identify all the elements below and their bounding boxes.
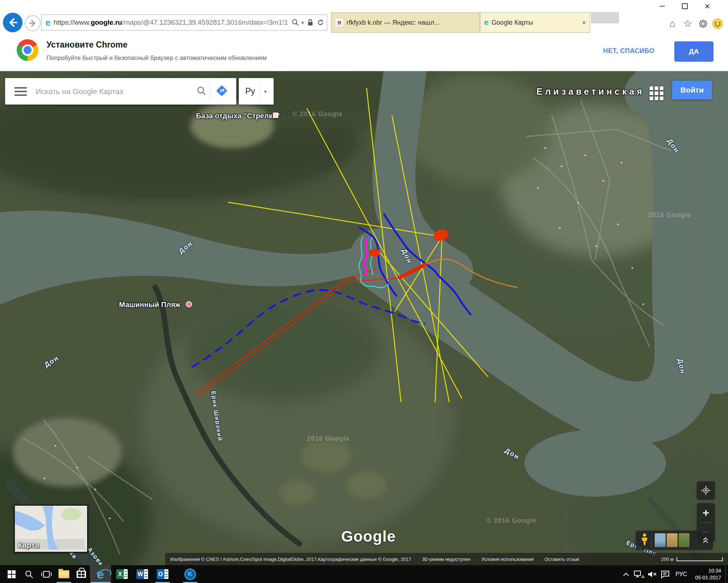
divider xyxy=(651,534,651,547)
poi-marker-icon[interactable] xyxy=(186,301,192,307)
imagery-thumbnail[interactable] xyxy=(679,533,690,547)
satellite-basemap xyxy=(0,71,728,565)
excel-button[interactable]: X xyxy=(113,565,131,583)
language-label: Ру xyxy=(245,86,255,96)
browser-navbar: e https://www.google.ru/maps/@47.1236321… xyxy=(0,12,728,33)
scale-label: 200 м xyxy=(661,556,674,562)
tab-yandex[interactable]: Я rfkfyxb k.nbr — Яндекс: нашл... xyxy=(331,12,480,33)
windows-logo-icon xyxy=(8,570,16,578)
maps-language-button[interactable]: Ру ▾ xyxy=(239,78,274,105)
banner-subtitle: Попробуйте быстрый и безопасный браузер … xyxy=(46,54,267,62)
kompas-icon: K xyxy=(184,568,196,580)
imagery-thumbnail[interactable] xyxy=(655,533,666,547)
my-location-icon xyxy=(701,486,711,495)
directions-icon[interactable] xyxy=(214,83,230,100)
tab-title: Google Карты xyxy=(491,19,579,26)
action-center-icon[interactable] xyxy=(659,565,672,583)
internet-explorer-button[interactable]: e xyxy=(90,565,111,583)
kompas-button[interactable]: K xyxy=(181,565,199,583)
signin-button[interactable]: Войти xyxy=(672,81,712,99)
my-location-button[interactable] xyxy=(697,481,715,500)
address-bar[interactable]: e https://www.google.ru/maps/@47.1236321… xyxy=(41,15,327,30)
imagery-credits: Изображения © CNES / Astrium,Cnes/Spot I… xyxy=(170,556,411,562)
store-bag-icon xyxy=(77,571,86,578)
forward-arrow-icon xyxy=(29,20,36,27)
map-label-poi: Машинный Пляж xyxy=(119,301,180,309)
back-button[interactable] xyxy=(3,13,23,32)
input-language-indicator[interactable]: РУС xyxy=(672,571,691,578)
excel-icon: X xyxy=(116,569,128,579)
collapse-chevrons-icon[interactable] xyxy=(702,537,709,544)
back-arrow-icon xyxy=(8,18,17,27)
taskbar-clock[interactable]: 10:34 05-01-2017 xyxy=(691,567,725,581)
task-view-button[interactable] xyxy=(38,565,55,583)
google-watermark: 2016 Google xyxy=(648,211,691,219)
banner-decline-button[interactable]: НЕТ, СПАСИБО xyxy=(603,47,655,55)
maps-search-input[interactable] xyxy=(35,87,197,96)
smiley-icon xyxy=(712,19,723,29)
map-canvas[interactable]: Елизаветинская База отдыха "Стрелка" Маш… xyxy=(0,71,728,565)
close-button[interactable]: × xyxy=(699,1,716,11)
new-tab-button[interactable] xyxy=(591,12,619,23)
browser-titlebar: × xyxy=(0,0,728,12)
settings-gear-icon[interactable] xyxy=(696,17,710,30)
home-icon[interactable]: ⌂ xyxy=(666,17,679,30)
map-label-settlement: Елизаветинская xyxy=(536,86,645,97)
task-view-icon xyxy=(41,570,52,578)
tab-google-maps[interactable]: e Google Карты × xyxy=(480,12,590,33)
forward-button[interactable] xyxy=(25,15,41,31)
terms-link[interactable]: Условия использования xyxy=(481,556,533,562)
tab-close-icon[interactable]: × xyxy=(582,19,586,27)
menu-hamburger-icon[interactable] xyxy=(15,87,27,96)
pegman-icon[interactable] xyxy=(641,533,649,547)
minimize-icon xyxy=(660,6,665,7)
poi-marker-icon[interactable] xyxy=(273,113,278,118)
ie-icon: e xyxy=(484,18,488,27)
search-dropdown-icon[interactable]: ▾ xyxy=(301,20,304,25)
file-explorer-button[interactable] xyxy=(55,565,73,583)
maps-search-icon[interactable] xyxy=(197,86,206,97)
google-watermark: © 2016 Google xyxy=(486,517,536,525)
minimap-toggle[interactable]: Карта xyxy=(14,505,88,553)
url-text[interactable]: https://www.google.ru/maps/@47.1236321,3… xyxy=(53,19,288,26)
scale-control: 200 м xyxy=(661,556,723,562)
taskbar-search-button[interactable] xyxy=(20,565,38,583)
clock-date: 05-01-2017 xyxy=(695,574,721,581)
scale-bar xyxy=(676,557,723,561)
outlook-icon: O xyxy=(157,569,168,579)
clock-time: 10:34 xyxy=(695,567,721,574)
refresh-icon[interactable] xyxy=(317,19,324,26)
search-icon[interactable] xyxy=(292,19,299,26)
streetview-imagery-bar xyxy=(636,531,713,550)
volume-muted-icon[interactable] xyxy=(646,565,659,583)
desktop: × e https://www.google.ru/maps/@47.12363… xyxy=(0,0,728,583)
ie-favicon: e xyxy=(45,17,50,28)
chrome-install-banner: Установите Chrome Попробуйте быстрый и б… xyxy=(0,33,728,71)
mode-notice: 3D-режим недоступен xyxy=(422,556,470,562)
favorites-star-icon[interactable]: ☆ xyxy=(681,17,695,30)
feedback-link[interactable]: Оставить отзыв xyxy=(544,556,579,562)
feedback-smiley-icon[interactable] xyxy=(711,17,724,30)
banner-title: Установите Chrome xyxy=(46,40,127,50)
chevron-down-icon[interactable]: ▾ xyxy=(264,89,267,94)
minimize-button[interactable] xyxy=(654,1,671,11)
zoom-in-button[interactable]: + xyxy=(697,503,715,522)
network-warning-icon[interactable] xyxy=(633,565,646,583)
tray-chevron-up-icon[interactable] xyxy=(619,565,633,583)
tab-title: rfkfyxb k.nbr — Яндекс: нашл... xyxy=(347,19,476,26)
windows-store-button[interactable] xyxy=(73,565,90,583)
google-watermark: © 2016 Google xyxy=(293,110,343,118)
attribution-bar: Изображения © CNES / Astrium,Cnes/Spot I… xyxy=(165,553,728,565)
google-apps-grid-icon[interactable] xyxy=(650,86,664,101)
word-button[interactable]: W xyxy=(134,565,151,583)
outlook-button[interactable]: O xyxy=(154,565,171,583)
google-maps-logo: Google xyxy=(341,528,396,545)
start-button[interactable] xyxy=(3,565,20,583)
banner-accept-button[interactable]: ДА xyxy=(674,41,713,62)
imagery-thumbnail[interactable] xyxy=(667,533,678,547)
show-desktop-button[interactable] xyxy=(725,565,728,583)
restore-button[interactable] xyxy=(676,1,693,11)
search-icon xyxy=(25,570,33,579)
lock-icon xyxy=(307,19,313,26)
system-tray: РУС 10:34 05-01-2017 xyxy=(619,565,728,583)
